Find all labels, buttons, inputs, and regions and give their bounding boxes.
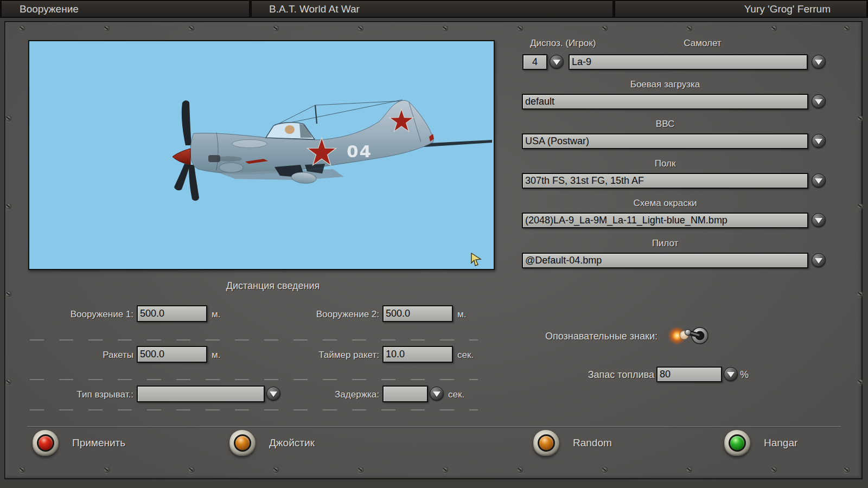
screw-icon [5,291,11,297]
delay-label: Задержка: [274,389,379,400]
aircraft-dropdown-button[interactable] [812,55,826,69]
chevron-down-icon [815,60,822,65]
screw-icon [5,203,11,209]
led-indicator-icon [724,430,750,456]
screw-icon [273,467,279,473]
apply-button[interactable]: Применить [33,429,125,457]
weapon2-convergence-field[interactable] [382,305,453,322]
fuel-unit: % [740,369,749,381]
pilot-dropdown-button[interactable] [812,253,826,267]
delay-unit: сек. [448,389,464,400]
skin-dropdown-button[interactable] [812,213,826,227]
chevron-down-icon [553,60,560,65]
app-title: B.A.T. World At War [269,1,360,17]
screw-icon [19,25,25,31]
divider [30,379,478,380]
divider [30,409,478,410]
screw-icon [358,25,363,31]
fuel-dropdown-button[interactable] [724,367,738,381]
screw-icon [104,467,110,473]
convergence-title: Дистанция сведения [64,280,482,292]
fuel-label: Запас топлива [564,369,654,381]
weapon1-label: Вооружение 1: [33,309,133,320]
screw-icon [273,25,279,31]
hangar-button[interactable]: Hangar [724,429,797,457]
screw-icon [844,25,850,31]
hangar-button-label: Hangar [764,437,797,449]
screw-icon [857,115,863,121]
rockets-convergence-field[interactable] [137,346,207,363]
aircraft-image: 04 [29,41,494,269]
weapon1-unit: м. [212,309,220,320]
position-label: Диспоз. (Игрок) [530,38,596,49]
chevron-down-icon [815,99,822,105]
weapon2-label: Вооружение 2: [274,309,379,320]
aircraft-preview[interactable]: 04 [28,40,495,270]
led-indicator-icon [533,430,559,456]
screen-title: Вооружение [20,1,79,17]
airforce-dropdown-button[interactable] [812,134,826,148]
random-button-label: Random [573,437,612,449]
aircraft-field[interactable] [569,54,808,70]
tactical-number: 04 [347,142,372,161]
rocket-timer-field[interactable] [382,346,453,363]
led-indicator-icon [33,430,59,456]
markings-label: Опознавательные знаки: [510,331,658,342]
fuze-type-label: Тип взрыват.: [33,389,133,400]
delay-dropdown-button[interactable] [430,387,444,401]
screw-icon [442,467,448,473]
chevron-down-icon [815,178,822,184]
skin-label: Схема окраски [522,198,808,209]
regiment-label: Полк [522,158,808,169]
weapon2-unit: м. [457,309,466,320]
screw-icon [442,25,448,31]
arming-screen: Вооружение B.A.T. World At War Yury 'Gro… [0,0,868,488]
titlebar: Вооружение B.A.T. World At War Yury 'Gro… [0,0,868,18]
screw-icon [844,467,850,473]
fuel-field[interactable] [656,367,722,382]
airforce-field[interactable] [522,133,808,149]
chevron-down-icon [815,218,822,223]
titlebar-app-title: B.A.T. World At War [251,1,613,17]
led-indicator-icon [229,430,256,456]
screw-icon [5,379,11,385]
rocket-timer-label: Таймер ракет: [274,350,379,361]
screw-icon [517,467,523,473]
skin-field[interactable] [522,213,808,228]
screw-icon [104,25,110,31]
random-button[interactable]: Random [533,429,612,457]
fuze-type-field[interactable] [137,386,265,402]
screw-icon [771,25,777,31]
aircraft-label: Самолет [597,38,808,49]
apply-button-label: Применить [72,437,125,449]
regiment-dropdown-button[interactable] [812,174,826,188]
screw-icon [602,467,608,473]
titlebar-section-name: Вооружение [1,1,250,17]
weapon1-convergence-field[interactable] [137,305,207,322]
divider [30,339,478,341]
position-dropdown-button[interactable] [550,55,564,69]
screw-icon [5,115,11,121]
screw-icon [188,467,194,473]
regiment-field[interactable] [522,173,808,189]
chevron-down-icon [815,139,822,144]
chevron-down-icon [433,391,441,397]
screw-icon [857,379,863,385]
chevron-down-icon [727,372,735,377]
markings-toggle[interactable] [667,322,713,349]
rockets-unit: м. [212,350,220,361]
loadout-dropdown-button[interactable] [812,94,826,108]
loadout-label: Боевая загрузка [522,79,808,90]
footer-divider [27,426,841,427]
toggle-switch-icon [667,322,713,349]
loadout-field[interactable] [522,94,808,110]
pilot-field[interactable] [522,253,808,268]
titlebar-player: Yury 'Grog' Ferrum [615,1,867,17]
chevron-down-icon [815,258,822,264]
delay-field[interactable] [382,386,428,402]
position-field[interactable] [522,54,547,70]
joystick-button-label: Джойстик [269,437,315,449]
screw-icon [19,467,25,473]
joystick-button[interactable]: Джойстик [229,429,315,457]
screw-icon [517,25,523,31]
